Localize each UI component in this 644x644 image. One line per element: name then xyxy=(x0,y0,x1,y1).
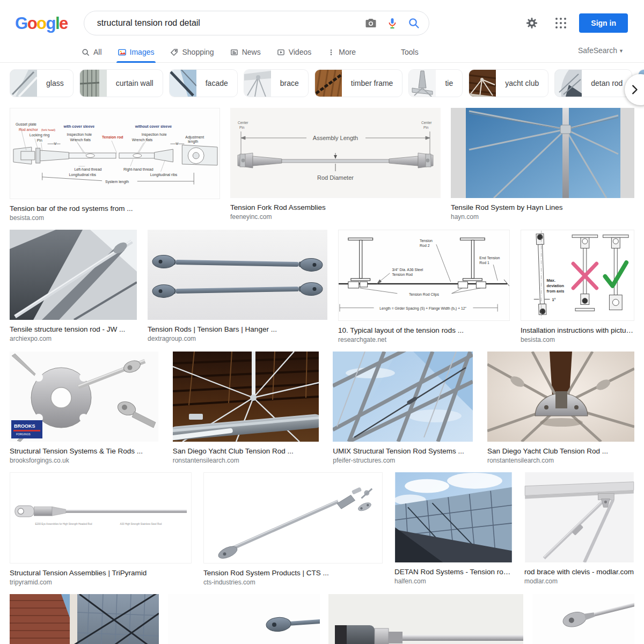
tab-news[interactable]: News xyxy=(230,48,261,62)
result-thumbnail[interactable]: Gusset plate Rod anchor (fork head) Lock… xyxy=(10,108,220,199)
result-title[interactable]: San Diego Yacht Club Tension Rod ... xyxy=(487,447,634,456)
result-umix-glassroof[interactable]: UMIX Structural Tension Rod Systems ... … xyxy=(333,352,473,472)
result-thumbnail[interactable]: E200 Eye Assemblies for High Strength He… xyxy=(10,472,192,564)
chip-label: yacht club xyxy=(496,79,548,87)
search-bar[interactable] xyxy=(84,11,429,35)
result-thumbnail[interactable] xyxy=(168,594,320,644)
result-thumbnail[interactable] xyxy=(328,594,523,644)
chip-glass[interactable]: glass xyxy=(10,69,74,97)
result-title[interactable]: Tensile structure tension rod - JW ... xyxy=(10,325,137,334)
chip-tie[interactable]: tie xyxy=(408,69,463,97)
result-thumbnail[interactable] xyxy=(394,472,513,562)
svg-text:from axis: from axis xyxy=(547,289,565,294)
result-title[interactable]: Tension Rod System Products | CTS ... xyxy=(203,568,383,577)
result-archiexpo-photo[interactable]: Tensile structure tension rod - JW ... a… xyxy=(10,230,137,352)
result-thumbnail[interactable] xyxy=(487,352,634,442)
result-title[interactable]: 10. Typical layout of the tension rods .… xyxy=(338,326,510,335)
result-rod-heads-render[interactable] xyxy=(168,594,320,644)
microphone-icon[interactable] xyxy=(382,12,403,34)
result-domain: pfeifer-structures.com xyxy=(333,457,473,465)
results-row-1: Gusset plate Rod anchor (fork head) Lock… xyxy=(10,108,634,230)
result-title[interactable]: Tension Fork Rod Assemblies xyxy=(230,203,441,212)
camera-icon[interactable] xyxy=(360,12,382,34)
result-title[interactable]: DETAN Rod Systems - Tension rod syst... xyxy=(394,567,513,576)
tab-shopping[interactable]: Shopping xyxy=(170,48,214,62)
result-besista-diagram[interactable]: Gusset plate Rod anchor (fork head) Lock… xyxy=(10,108,220,230)
result-brooks-forgings[interactable]: BROOKS FORGINGS Structural Tension Syste… xyxy=(10,352,158,472)
chip-detan-rod[interactable]: detan rod xyxy=(554,69,632,97)
safesearch-dropdown[interactable]: SafeSearch▼ xyxy=(578,46,624,55)
result-thumbnail[interactable] xyxy=(10,230,137,320)
result-thumbnail[interactable] xyxy=(10,594,159,644)
chip-brace[interactable]: brace xyxy=(244,69,309,97)
detan-facade-photo xyxy=(394,472,513,562)
tab-images[interactable]: Images xyxy=(118,48,155,62)
result-title[interactable]: Tensile Rod System by Hayn Lines xyxy=(451,203,634,212)
svg-text:length: length xyxy=(188,140,198,144)
result-title[interactable]: Tension Rods | Tension Bars | Hanger ... xyxy=(148,325,327,334)
tab-more[interactable]: More xyxy=(327,48,356,62)
chip-yacht-club[interactable]: yacht club xyxy=(469,69,548,97)
google-logo[interactable]: G o o g l e xyxy=(15,15,68,32)
header: G o o g l e xyxy=(0,0,644,38)
result-thumbnail[interactable] xyxy=(532,594,634,644)
images-icon xyxy=(118,48,126,56)
result-title[interactable]: rod brace with clevis - modlar.com xyxy=(524,567,634,576)
result-dextra-rods[interactable]: Tension Rods | Tension Bars | Hanger ...… xyxy=(148,230,327,352)
result-title[interactable]: Tension bar of the rod systems from ... xyxy=(10,204,220,213)
result-ronstan-hub[interactable]: San Diego Yacht Club Tension Rod ... ron… xyxy=(487,352,634,472)
svg-text:with cover sleeve: with cover sleeve xyxy=(63,125,94,128)
fork-rod-assembly-image: Center Pin Center Pin Assembly Length xyxy=(230,108,441,198)
result-title[interactable]: Structural Tension Systems & Tie Rods ..… xyxy=(10,447,158,456)
tab-all[interactable]: All xyxy=(82,48,102,62)
result-sandiego-ceiling[interactable]: San Diego Yacht Club Tension Rod ... ron… xyxy=(173,352,319,472)
result-title[interactable]: Structural Tension Assemblies | TriPyram… xyxy=(10,568,192,577)
svg-text:Tension Rod: Tension Rod xyxy=(392,273,413,276)
svg-text:Right-hand thread: Right-hand thread xyxy=(123,167,153,172)
tab-videos[interactable]: Videos xyxy=(277,48,312,62)
result-thumbnail[interactable]: BROOKS FORGINGS xyxy=(10,352,158,442)
result-thumbnail[interactable] xyxy=(524,472,634,562)
svg-text:BROOKS: BROOKS xyxy=(14,423,35,429)
result-feeney-assembly[interactable]: Center Pin Center Pin Assembly Length xyxy=(230,108,441,230)
gear-icon[interactable] xyxy=(521,12,543,34)
svg-text:Wrench flats: Wrench flats xyxy=(132,138,153,142)
result-domain: archiexpo.com xyxy=(10,335,137,343)
result-title[interactable]: Installation instructions with pictures … xyxy=(521,326,634,335)
chip-label: brace xyxy=(271,79,308,87)
result-title[interactable]: San Diego Yacht Club Tension Rod ... xyxy=(173,447,319,456)
result-thumbnail[interactable]: Max. deviation from axis 1° xyxy=(521,230,634,321)
chip-label: curtain wall xyxy=(107,79,163,87)
result-domain: besista.com xyxy=(521,336,634,344)
result-thumbnail[interactable]: Tension Rod 2 End Tension Rod 1 3/4" Dia… xyxy=(338,230,510,321)
apps-grid-icon[interactable] xyxy=(550,12,572,34)
result-rod-end-closeup[interactable] xyxy=(328,594,523,644)
search-icon[interactable] xyxy=(403,12,425,34)
sign-in-button[interactable]: Sign in xyxy=(579,13,628,33)
result-thumbnail[interactable] xyxy=(173,352,319,442)
tools-button[interactable]: Tools xyxy=(401,48,419,56)
result-thumbnail[interactable] xyxy=(148,230,327,320)
result-modlar-brace[interactable]: rod brace with clevis - modlar.com modla… xyxy=(524,472,634,594)
result-fork-ends-render[interactable] xyxy=(532,594,634,644)
result-tripyramid[interactable]: E200 Eye Assemblies for High Strength He… xyxy=(10,472,192,594)
chip-timber-frame[interactable]: timber frame xyxy=(314,69,403,97)
result-researchgate-layout[interactable]: Tension Rod 2 End Tension Rod 1 3/4" Dia… xyxy=(338,230,510,352)
related-filter-chips: glass curtain wall facade brace timber f… xyxy=(10,69,644,97)
svg-text:Pin: Pin xyxy=(423,126,429,129)
result-brick-facade[interactable] xyxy=(10,594,159,644)
chip-curtain-wall[interactable]: curtain wall xyxy=(79,69,163,97)
search-input[interactable] xyxy=(96,18,360,28)
result-thumbnail[interactable]: Center Pin Center Pin Assembly Length xyxy=(230,108,441,198)
result-besista-instructions[interactable]: Max. deviation from axis 1° xyxy=(521,230,634,352)
result-domain: feeneyinc.com xyxy=(230,213,441,221)
result-thumbnail[interactable] xyxy=(451,108,634,198)
result-thumbnail[interactable] xyxy=(333,352,473,442)
result-title[interactable]: UMIX Structural Tension Rod Systems ... xyxy=(333,447,473,456)
result-hayn-sky[interactable]: Tensile Rod System by Hayn Lines hayn.co… xyxy=(451,108,634,230)
result-halfen-detan[interactable]: DETAN Rod Systems - Tension rod syst... … xyxy=(394,472,513,594)
svg-text:without cover sleeve: without cover sleeve xyxy=(135,125,172,128)
result-cts-rod[interactable]: Tension Rod System Products | CTS ... ct… xyxy=(203,472,383,594)
chip-facade[interactable]: facade xyxy=(169,69,238,97)
result-thumbnail[interactable] xyxy=(203,472,383,564)
